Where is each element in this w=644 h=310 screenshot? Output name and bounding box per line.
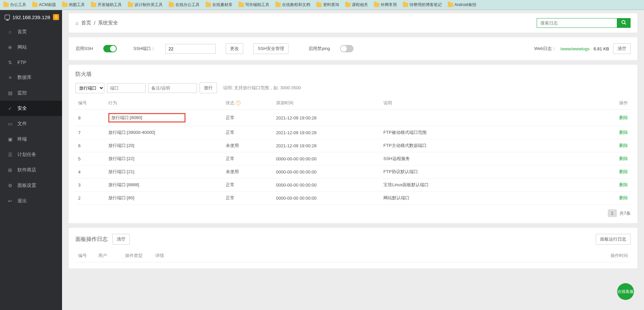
delete-link[interactable]: 删除 [619, 156, 628, 161]
cell-desc: FTP被动模式端口范围 [381, 126, 610, 139]
oplog-table: 编号 用户 操作类型 详情 操作时间 [75, 249, 631, 262]
ssh-toggle[interactable] [103, 45, 117, 52]
ssh-port-input[interactable] [165, 44, 216, 54]
delete-link[interactable]: 删除 [619, 115, 628, 120]
folder-icon [345, 3, 351, 7]
port-input[interactable] [107, 83, 146, 93]
search-button[interactable] [617, 18, 631, 28]
notification-badge[interactable]: 0 [53, 14, 59, 20]
sidebar-item-calendar[interactable]: ☰计划任务 [0, 147, 62, 162]
bookmark-item[interactable]: 外网常用 [374, 2, 397, 8]
folder-icon [448, 3, 453, 7]
sidebar-item-ftp[interactable]: ⇅FTP [0, 55, 62, 70]
sidebar-item-folder[interactable]: ▭文件 [0, 116, 62, 132]
bookmark-bar: 办公工具ACM刷题画图工具开发辅助工具设计制作类工具在线办公工具在线素材库写作辅… [0, 0, 644, 10]
cell-status: 未使用 [223, 165, 273, 178]
delete-link[interactable]: 删除 [619, 195, 628, 200]
grid-icon: ⊞ [7, 167, 13, 173]
cell-action: 放行端口:[20] [106, 139, 223, 152]
bookmark-item[interactable]: 在线办公工具 [169, 2, 200, 8]
runlog-button[interactable]: 面板运行日志 [596, 234, 631, 245]
sidebar-item-db[interactable]: ≡数据库 [0, 70, 62, 85]
delete-link[interactable]: 删除 [619, 143, 628, 148]
bookmark-item[interactable]: 设计制作类工具 [128, 2, 163, 8]
sidebar-item-gear[interactable]: ⚙面板设置 [0, 178, 62, 193]
firewall-panel: 防火墙 放行端口 放行 说明: 支持放行端口范围，如: 3000:3500 编号… [69, 65, 637, 223]
table-row: 6放行端口:[20]未使用2021-12-09 19:00:28FTP主动模式数… [75, 139, 631, 152]
server-ip: 192.168.239.128 [12, 14, 50, 20]
breadcrumb-home[interactable]: 首页 [81, 20, 91, 26]
bookmark-item[interactable]: 办公工具 [3, 2, 26, 8]
page-total: 共7条 [620, 210, 631, 216]
cell-time: 2021-12-09 19:00:28 [273, 126, 381, 139]
pager: 1 共7条 [75, 209, 631, 217]
sidebar: 192.168.239.128 0 ⌂首页⊕网站⇅FTP≡数据库▤监控✓安全▭文… [0, 10, 62, 310]
sidebar-item-chart[interactable]: ▤监控 [0, 85, 62, 101]
oplog-col-time: 操作时间 [590, 249, 631, 262]
firewall-go-button[interactable]: 放行 [200, 83, 217, 93]
info-icon[interactable]: ? [236, 101, 240, 105]
db-icon: ≡ [7, 75, 13, 80]
svg-point-0 [622, 20, 625, 23]
bookmark-item[interactable]: 资料查询 [316, 2, 339, 8]
firewall-hint: 说明: 支持放行端口范围，如: 3000:3500 [223, 85, 301, 91]
delete-link[interactable]: 删除 [619, 130, 628, 135]
support-fab[interactable]: 在线客服 [617, 283, 634, 300]
firewall-action-select[interactable]: 放行端口 [75, 83, 104, 93]
sidebar-item-globe[interactable]: ⊕网站 [0, 40, 62, 55]
page-number[interactable]: 1 [608, 209, 617, 217]
weblog-path[interactable]: /www/wwwlogs [560, 46, 589, 51]
delete-link[interactable]: 删除 [619, 169, 628, 174]
bookmark-label: 写作辅助工具 [245, 2, 269, 8]
monitor-icon [5, 14, 10, 20]
bookmark-item[interactable]: 在线教程和文档 [275, 2, 310, 8]
sidebar-item-grid[interactable]: ⊞软件商店 [0, 162, 62, 178]
bookmark-item[interactable]: Android春招 [448, 2, 476, 8]
oplog-clear-button[interactable]: 清空 [112, 234, 130, 245]
ssh-security-button[interactable]: SSH安全管理 [253, 43, 288, 54]
weblog-clear-button[interactable]: 清空 [613, 43, 631, 54]
oplog-col-id: 编号 [75, 249, 96, 262]
sidebar-item-terminal[interactable]: ▣终端 [0, 132, 62, 147]
bookmark-label: 办公工具 [10, 2, 26, 8]
sidebar-item-home[interactable]: ⌂首页 [0, 24, 62, 40]
cell-action: 放行端口:[22] [106, 152, 223, 165]
sidebar-item-label: 网站 [17, 44, 27, 50]
col-id: 编号 [75, 97, 106, 110]
weblog-size: 6.81 KB [594, 46, 609, 51]
cell-status: 正常 [223, 110, 273, 126]
breadcrumb-sep: / [94, 20, 95, 26]
cell-id: 3 [75, 178, 106, 192]
search-input[interactable] [537, 18, 617, 28]
cell-desc: SSH远程服务 [381, 152, 610, 165]
cell-time: 0000-00-00 00:00:00 [273, 152, 381, 165]
bookmark-label: 在线素材库 [212, 2, 232, 8]
gear-icon: ⚙ [7, 183, 13, 188]
bookmark-item[interactable]: 写作辅助工具 [238, 2, 269, 8]
folder-icon: ▭ [7, 121, 13, 126]
delete-link[interactable]: 删除 [619, 182, 628, 187]
bookmark-item[interactable]: 待整理的博客笔记 [403, 2, 442, 8]
folder-icon [62, 3, 67, 7]
bookmark-item[interactable]: 画图工具 [62, 2, 85, 8]
sidebar-item-label: 退出 [17, 198, 27, 204]
bookmark-label: 课程相关 [352, 2, 368, 8]
cell-status: 正常 [223, 178, 273, 192]
weblog-section: Web日志： /www/wwwlogs 6.81 KB 清空 [534, 43, 631, 54]
folder-icon [128, 3, 133, 7]
cell-op: 删除 [610, 192, 631, 205]
bookmark-item[interactable]: 开发辅助工具 [91, 2, 122, 8]
bookmark-item[interactable]: 在线素材库 [206, 2, 232, 8]
bookmark-item[interactable]: 课程相关 [345, 2, 368, 8]
sidebar-item-shield[interactable]: ✓安全 [0, 101, 62, 116]
bookmark-item[interactable]: ACM刷题 [32, 2, 56, 8]
sidebar-item-logout[interactable]: ↩退出 [0, 193, 62, 209]
table-row: 5放行端口:[22]正常0000-00-00 00:00:00SSH远程服务删除 [75, 152, 631, 165]
change-port-button[interactable]: 更改 [226, 43, 243, 54]
cell-action: 放行端口:[8888] [106, 178, 223, 192]
cell-op: 删除 [610, 165, 631, 178]
remark-input[interactable] [148, 83, 197, 93]
ping-toggle[interactable] [340, 45, 354, 52]
col-status: 状态? [223, 97, 273, 110]
oplog-col-user: 用户 [96, 249, 122, 262]
